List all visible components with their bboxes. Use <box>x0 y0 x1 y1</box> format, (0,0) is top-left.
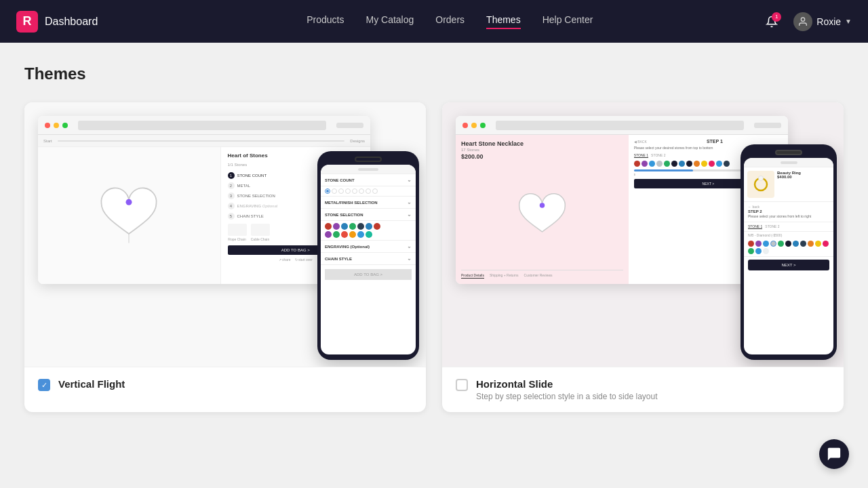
nav-themes[interactable]: Themes <box>486 14 521 29</box>
theme-desc-hs: Step by step selection style in a side t… <box>476 392 658 401</box>
svg-point-2 <box>540 203 545 208</box>
theme-footer-hs: Horizontal Slide Step by step selection … <box>442 367 844 412</box>
phone-stone-count: STONE COUNT ⌄ <box>321 174 416 186</box>
theme-checkbox-hs[interactable] <box>456 379 468 391</box>
browser-nav-btns <box>336 123 363 128</box>
browser-bar-hs <box>456 116 788 135</box>
hs-dot-green <box>480 123 486 128</box>
hs-phone-price: $400.00 <box>777 175 801 179</box>
browser-mockup-hs: Heart Stone Necklace 17 Stones $200.00 <box>456 116 788 284</box>
theme-card-vertical-flight: Start Designs <box>24 102 426 412</box>
hs-browser-btns <box>754 123 781 128</box>
nav-links: Products My Catalog Orders Themes Help C… <box>138 14 761 29</box>
phone-chain-style: CHAIN STYLE ⌄ <box>321 253 416 265</box>
vf-steps-bar: Start Designs <box>38 135 370 147</box>
hs-heart-svg <box>517 191 568 242</box>
phone-mockup-hs: Beauty Ring $400.00 ← back STEP 2 Please… <box>741 144 837 360</box>
phone-header-bar <box>321 165 416 174</box>
nav-orders[interactable]: Orders <box>435 14 465 29</box>
hs-phone-ring-svg <box>751 174 771 195</box>
vf-jewelry-area <box>38 147 221 284</box>
hs-url-bar <box>496 121 744 130</box>
browser-dot-yellow <box>54 123 59 128</box>
logo-icon: R <box>16 11 38 33</box>
phone-mockup-vf: STONE COUNT ⌄ <box>317 151 419 360</box>
notification-badge: 1 <box>772 12 781 22</box>
hs-product-sub: 17 Stones <box>461 148 623 152</box>
hs-phone-step: STEP 2 <box>748 209 829 214</box>
nav-my-catalog[interactable]: My Catalog <box>366 14 414 29</box>
nav-right: 1 Roxie ▼ <box>761 11 852 33</box>
theme-footer-vf: Vertical Flight <box>24 367 426 403</box>
theme-name-hs: Horizontal Slide <box>476 378 658 390</box>
theme-checkbox-vf[interactable] <box>38 379 50 391</box>
theme-preview-vertical-flight: Start Designs <box>24 102 426 367</box>
hs-phone-next-btn[interactable]: NEXT > <box>748 260 829 270</box>
browser-dot-green <box>62 123 68 128</box>
browser-dot-red <box>45 123 50 128</box>
phone-add-to-bag[interactable]: ADD TO BAG > <box>325 269 412 280</box>
hs-left-panel: Heart Stone Necklace 17 Stones $200.00 <box>456 135 629 284</box>
phone-engraving: ENGRAVING (Optional) ⌄ <box>321 241 416 253</box>
svg-point-0 <box>802 18 805 21</box>
hs-phone-step-label: Please select your stones from left to r… <box>748 214 829 219</box>
hs-tabs: Product Details Shipping + Returns Custo… <box>461 270 623 279</box>
notification-bell[interactable]: 1 <box>761 11 783 33</box>
heart-necklace-svg <box>98 185 159 246</box>
avatar <box>793 12 812 31</box>
browser-url-bar <box>78 121 326 130</box>
theme-preview-hs: Heart Stone Necklace 17 Stones $200.00 <box>442 102 844 367</box>
navigation: R Dashboard Products My Catalog Orders T… <box>0 0 868 43</box>
hs-phone-notch <box>775 150 802 155</box>
user-name: Roxie <box>816 16 841 27</box>
theme-name-vf: Vertical Flight <box>58 378 125 390</box>
phone-notch <box>355 157 382 162</box>
chat-bubble[interactable] <box>819 439 849 469</box>
hs-product-price: $200.00 <box>461 153 623 160</box>
page-content: Themes Start <box>0 43 868 434</box>
chevron-down-icon: ▼ <box>845 18 852 25</box>
theme-card-horizontal-slide: Heart Stone Necklace 17 Stones $200.00 <box>442 102 844 412</box>
nav-help-center[interactable]: Help Center <box>542 14 593 29</box>
svg-point-1 <box>126 199 132 205</box>
phone-metal-section: METAL/FINISH SELECTION ⌄ <box>321 197 416 209</box>
hs-product-title: Heart Stone Necklace <box>461 140 623 147</box>
phone-screen-vf: STONE COUNT ⌄ <box>321 165 416 354</box>
hs-phone-screen: Beauty Ring $400.00 ← back STEP 2 Please… <box>744 158 833 354</box>
logo-text: Dashboard <box>45 16 98 28</box>
browser-bar-vf <box>38 116 370 135</box>
hs-browser-content: Heart Stone Necklace 17 Stones $200.00 <box>456 135 788 284</box>
logo[interactable]: R Dashboard <box>16 11 98 33</box>
nav-products[interactable]: Products <box>307 14 344 29</box>
chat-icon <box>827 447 842 462</box>
svg-point-4 <box>759 176 764 181</box>
themes-grid: Start Designs <box>24 102 844 412</box>
hs-dot-yellow <box>471 123 477 128</box>
hs-step-label: STEP 1 <box>707 139 723 144</box>
phone-stone-sel: STONE SELECTION ⌄ <box>321 209 416 221</box>
page-title: Themes <box>24 64 844 83</box>
hs-dot-red <box>462 123 468 128</box>
user-menu[interactable]: Roxie ▼ <box>793 12 852 31</box>
